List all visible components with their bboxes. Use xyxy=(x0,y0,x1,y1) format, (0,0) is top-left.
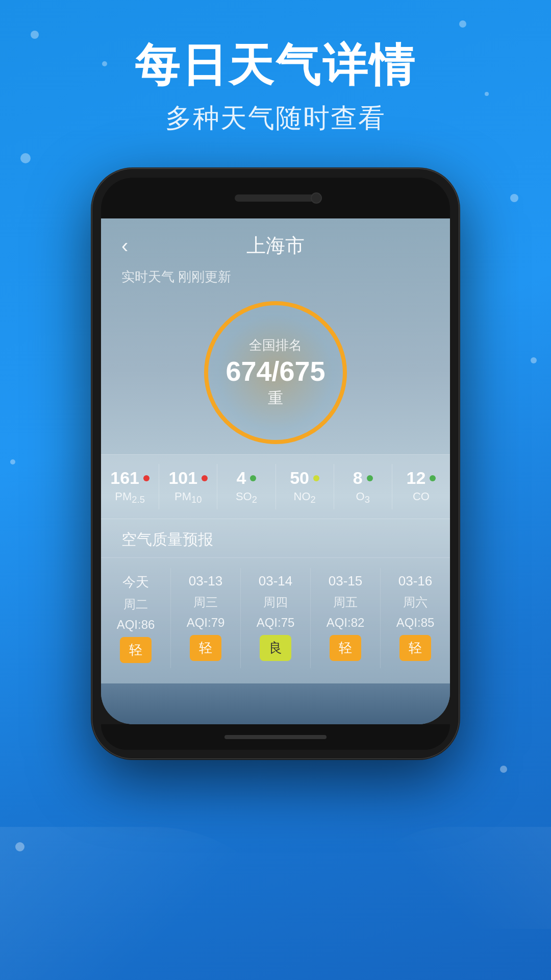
phone-bottom-bar xyxy=(101,724,450,750)
bottom-wave xyxy=(101,683,450,724)
decorative-wave-left xyxy=(0,827,306,980)
forecast-col: 03-13周三AQI:79轻 xyxy=(171,568,241,668)
aqi-circle-value: 674/675 xyxy=(226,357,325,385)
pollutant-indicator-dot xyxy=(202,475,208,481)
back-button[interactable]: ‹ xyxy=(121,234,128,257)
pollutant-name: SO2 xyxy=(236,490,257,505)
update-info: 实时天气 刚刚更新 xyxy=(101,264,450,286)
forecast-weekday: 周二 xyxy=(123,596,148,612)
phone-screen: ‹ 上海市 实时天气 刚刚更新 全国排名 674/675 重 161PM2.51… xyxy=(101,218,450,724)
pollutant-indicator-dot xyxy=(143,475,149,481)
forecast-col: 03-16周六AQI:85轻 xyxy=(381,568,450,668)
forecast-section: 空气质量预报 今天周二AQI:86轻03-13周三AQI:79轻03-14周四A… xyxy=(101,519,450,683)
screen-nav: ‹ 上海市 xyxy=(101,218,450,264)
pollutant-value: 8 xyxy=(353,468,363,488)
forecast-day: 03-15 xyxy=(329,573,363,589)
forecast-aqi: AQI:75 xyxy=(257,616,295,630)
pollutant-row: 161PM2.5101PM104SO250NO28O312CO xyxy=(101,454,450,519)
pollutant-item: 50NO2 xyxy=(276,464,334,509)
pollutant-val-row: 101 xyxy=(168,468,208,488)
forecast-badge: 轻 xyxy=(399,635,431,661)
pollutant-value: 161 xyxy=(110,468,139,488)
phone-top-bar xyxy=(101,178,450,218)
forecast-table: 今天周二AQI:86轻03-13周三AQI:79轻03-14周四AQI:75良0… xyxy=(101,558,450,683)
pollutant-item: 101PM10 xyxy=(159,464,217,509)
pollutant-item: 12CO xyxy=(392,464,450,509)
pollutant-value: 12 xyxy=(407,468,426,488)
pollutant-name: NO2 xyxy=(294,490,316,505)
decorative-wave-right xyxy=(347,827,551,929)
forecast-aqi: AQI:82 xyxy=(327,616,365,630)
forecast-badge: 轻 xyxy=(330,635,361,661)
city-title: 上海市 xyxy=(246,233,305,259)
aqi-circle-level: 重 xyxy=(268,388,283,409)
pollutant-val-row: 4 xyxy=(236,468,256,488)
pollutant-indicator-dot xyxy=(367,475,373,481)
pollutant-item: 8O3 xyxy=(334,464,392,509)
pollutant-name: O3 xyxy=(356,490,370,505)
pollutant-val-row: 161 xyxy=(110,468,149,488)
forecast-day: 03-14 xyxy=(259,573,293,589)
pollutant-value: 101 xyxy=(168,468,197,488)
decorative-dot xyxy=(10,459,15,464)
pollutant-indicator-dot xyxy=(313,475,319,481)
forecast-aqi: AQI:79 xyxy=(187,616,225,630)
forecast-weekday: 周六 xyxy=(403,594,428,610)
pollutant-val-row: 50 xyxy=(290,468,319,488)
aqi-circle-area: 全国排名 674/675 重 xyxy=(101,286,450,454)
forecast-day: 03-16 xyxy=(398,573,433,589)
pollutant-name: PM10 xyxy=(174,490,202,505)
pollutant-item: 4SO2 xyxy=(217,464,276,509)
decorative-dot xyxy=(531,357,537,363)
forecast-day: 03-13 xyxy=(189,573,223,589)
forecast-col: 03-14周四AQI:75良 xyxy=(241,568,311,668)
forecast-aqi: AQI:86 xyxy=(117,618,155,632)
forecast-day: 今天 xyxy=(122,573,149,591)
main-title: 每日天气详情 xyxy=(0,41,551,90)
forecast-badge: 轻 xyxy=(120,637,152,663)
forecast-header: 空气质量预报 xyxy=(101,519,450,558)
forecast-col: 03-15周五AQI:82轻 xyxy=(311,568,381,668)
decorative-dot xyxy=(500,766,507,773)
pollutant-indicator-dot xyxy=(430,475,436,481)
phone-speaker xyxy=(235,194,316,202)
sub-title: 多种天气随时查看 xyxy=(0,101,551,136)
decorative-dot xyxy=(510,194,518,202)
pollutant-val-row: 8 xyxy=(353,468,373,488)
aqi-circle-label: 全国排名 xyxy=(249,336,302,354)
forecast-badge: 良 xyxy=(260,635,291,661)
forecast-aqi: AQI:85 xyxy=(396,616,435,630)
pollutant-indicator-dot xyxy=(250,475,256,481)
pollutant-name: PM2.5 xyxy=(115,490,144,505)
forecast-weekday: 周四 xyxy=(263,594,288,610)
pollutant-val-row: 12 xyxy=(407,468,436,488)
pollutant-value: 50 xyxy=(290,468,309,488)
forecast-weekday: 周三 xyxy=(193,594,218,610)
forecast-weekday: 周五 xyxy=(333,594,358,610)
phone-camera xyxy=(311,192,322,204)
pollutant-name: CO xyxy=(413,490,430,503)
pollutant-item: 161PM2.5 xyxy=(101,464,159,509)
aqi-circle: 全国排名 674/675 重 xyxy=(204,301,347,444)
forecast-col: 今天周二AQI:86轻 xyxy=(101,568,171,668)
forecast-badge: 轻 xyxy=(190,635,221,661)
home-indicator xyxy=(224,735,327,739)
pollutant-value: 4 xyxy=(236,468,246,488)
phone-outer: ‹ 上海市 实时天气 刚刚更新 全国排名 674/675 重 161PM2.51… xyxy=(92,168,459,759)
header-area: 每日天气详情 多种天气随时查看 xyxy=(0,0,551,167)
phone-mockup: ‹ 上海市 实时天气 刚刚更新 全国排名 674/675 重 161PM2.51… xyxy=(92,168,459,759)
